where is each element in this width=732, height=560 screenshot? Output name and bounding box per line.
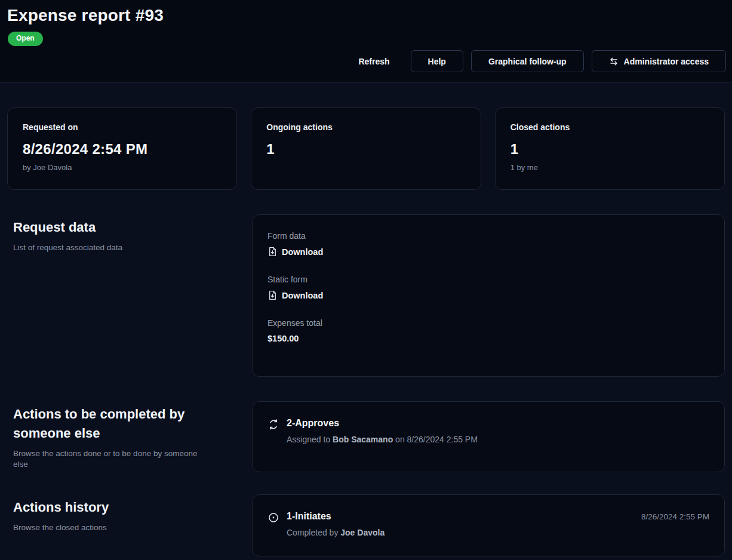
- field-label: Form data: [267, 231, 709, 241]
- admin-access-button[interactable]: Administrator access: [592, 50, 726, 72]
- history-action-title-row: 1-Initiates 8/26/2024 2:55 PM: [287, 511, 709, 522]
- circle-dot-icon: [267, 512, 279, 524]
- file-download-icon: [267, 247, 278, 257]
- assignee-name: Bob Sacamano: [333, 435, 393, 444]
- status-badge: Open: [8, 32, 43, 46]
- field-form-data: Form data Download: [267, 231, 709, 259]
- stat-value: 1: [266, 141, 465, 158]
- stat-card-ongoing-actions: Ongoing actions 1: [251, 107, 481, 190]
- pending-action-card: 2-Approves Assigned to Bob Sacamano on 8…: [252, 401, 725, 472]
- stat-label: Closed actions: [510, 122, 709, 132]
- page-header: Expense report #93 Open Refresh Help Gra…: [0, 0, 732, 82]
- main-content: Requested on 8/26/2024 2:54 PM by Joe Da…: [0, 107, 732, 556]
- file-download-icon: [267, 290, 278, 300]
- download-label: Download: [282, 247, 323, 257]
- request-data-card: Form data Download Static form: [252, 214, 725, 377]
- stat-value: 8/26/2024 2:54 PM: [23, 141, 222, 158]
- assigned-prefix: Assigned to: [287, 435, 333, 444]
- static-form-download-link[interactable]: Download: [267, 290, 323, 300]
- history-action-card: 1-Initiates 8/26/2024 2:55 PM Completed …: [252, 494, 725, 556]
- stat-card-requested-on: Requested on 8/26/2024 2:54 PM by Joe Da…: [7, 107, 237, 190]
- history-action-body: 1-Initiates 8/26/2024 2:55 PM Completed …: [287, 511, 709, 537]
- completed-prefix: Completed by: [287, 528, 340, 537]
- page-title: Expense report #93: [7, 6, 725, 25]
- section-subtitle: Browse the actions done or to be done by…: [13, 448, 210, 470]
- refresh-button[interactable]: Refresh: [345, 50, 402, 72]
- expenses-total-value: $150.00: [267, 334, 709, 343]
- request-data-head: Request data List of request associated …: [7, 214, 252, 377]
- actions-history-head: Actions history Browse the closed action…: [7, 494, 252, 556]
- pending-action-row: 2-Approves Assigned to Bob Sacamano on 8…: [267, 418, 709, 444]
- sync-icon: [267, 419, 279, 430]
- download-label: Download: [282, 291, 323, 300]
- history-action-row: 1-Initiates 8/26/2024 2:55 PM Completed …: [267, 511, 709, 537]
- stat-sub: by Joe Davola: [23, 163, 222, 172]
- field-expenses-total: Expenses total $150.00: [267, 318, 709, 343]
- stat-sub: 1 by me: [510, 163, 709, 172]
- stat-card-closed-actions: Closed actions 1 1 by me: [495, 107, 725, 190]
- field-static-form: Static form Download: [267, 275, 709, 303]
- action-date: 8/26/2024 2:55 PM: [641, 512, 709, 521]
- section-title: Request data: [13, 218, 204, 237]
- action-title: 1-Initiates: [287, 511, 331, 522]
- stat-label: Requested on: [23, 122, 222, 132]
- action-assignment-text: Assigned to Bob Sacamano on 8/26/2024 2:…: [287, 435, 709, 444]
- toolbar: Refresh Help Graphical follow-up Adminis…: [345, 50, 726, 72]
- action-title: 2-Approves: [287, 418, 339, 429]
- section-subtitle: Browse the closed actions: [13, 522, 210, 533]
- help-button[interactable]: Help: [411, 50, 463, 72]
- pending-action-body: 2-Approves Assigned to Bob Sacamano on 8…: [287, 418, 709, 444]
- graphical-followup-button[interactable]: Graphical follow-up: [471, 50, 584, 72]
- stats-row: Requested on 8/26/2024 2:54 PM by Joe Da…: [7, 107, 725, 190]
- field-label: Static form: [267, 275, 709, 284]
- pending-actions-head: Actions to be completed by someone else …: [7, 401, 252, 472]
- admin-access-label: Administrator access: [624, 57, 709, 66]
- section-title: Actions to be completed by someone else: [13, 405, 204, 443]
- form-data-download-link[interactable]: Download: [267, 247, 323, 257]
- section-title: Actions history: [13, 498, 204, 517]
- section-request-data: Request data List of request associated …: [7, 214, 725, 377]
- section-subtitle: List of request associated data: [13, 242, 210, 253]
- section-actions-history: Actions history Browse the closed action…: [7, 494, 725, 556]
- stat-value: 1: [510, 141, 709, 158]
- assigned-suffix: on 8/26/2024 2:55 PM: [393, 435, 478, 444]
- completed-by-name: Joe Davola: [340, 528, 385, 537]
- section-pending-actions: Actions to be completed by someone else …: [7, 401, 725, 472]
- stat-label: Ongoing actions: [266, 122, 465, 132]
- action-completed-text: Completed by Joe Davola: [287, 528, 709, 537]
- pending-action-title-row: 2-Approves: [287, 418, 709, 429]
- swap-arrows-icon: [609, 57, 619, 66]
- field-label: Expenses total: [267, 318, 709, 328]
